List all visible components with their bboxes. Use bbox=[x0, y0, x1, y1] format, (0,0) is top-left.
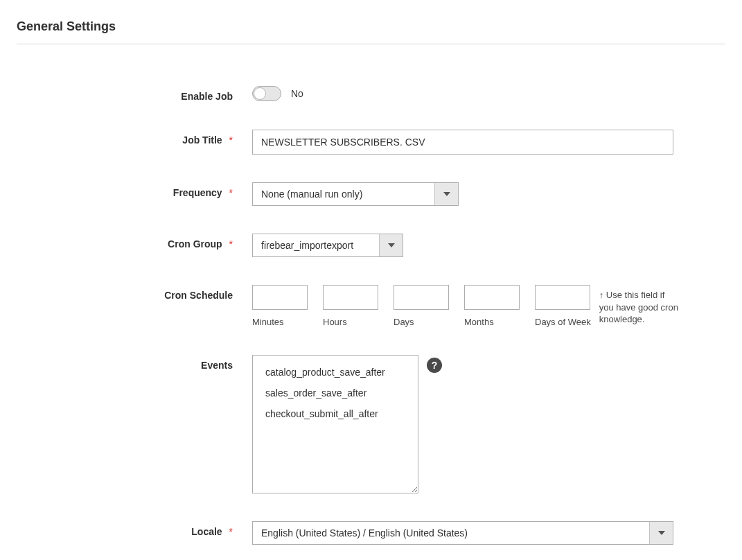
control-locale: English (United States) / English (Unite… bbox=[252, 521, 725, 545]
cron-hours-label: Hours bbox=[323, 317, 378, 327]
control-frequency: None (manual run only) bbox=[252, 182, 725, 206]
chevron-down-icon bbox=[649, 522, 673, 544]
job-title-input[interactable] bbox=[252, 130, 673, 155]
chevron-down-icon bbox=[434, 183, 458, 205]
row-events: Events catalog_product_save_after sales_… bbox=[17, 355, 725, 493]
label-text: Events bbox=[201, 360, 233, 371]
control-enable-job: No bbox=[252, 86, 725, 101]
control-job-title bbox=[252, 130, 725, 155]
control-events: catalog_product_save_after sales_order_s… bbox=[252, 355, 725, 493]
locale-select[interactable]: English (United States) / English (Unite… bbox=[252, 521, 673, 545]
cron-minutes-label: Minutes bbox=[252, 317, 308, 327]
row-job-title: Job Title * bbox=[17, 130, 725, 155]
cron-dow-col: Days of Week bbox=[535, 285, 591, 327]
label-events: Events bbox=[17, 355, 252, 371]
events-multiselect[interactable]: catalog_product_save_after sales_order_s… bbox=[252, 355, 418, 493]
row-cron-schedule: Cron Schedule Minutes Hours Days Months … bbox=[17, 285, 725, 327]
label-text: Cron Group bbox=[168, 238, 222, 250]
cron-group-value: firebear_importexport bbox=[253, 234, 379, 256]
event-option[interactable]: catalog_product_save_after bbox=[265, 365, 405, 379]
cron-minutes-input[interactable] bbox=[252, 285, 308, 310]
cron-dow-input[interactable] bbox=[535, 285, 590, 310]
label-text: Frequency bbox=[173, 187, 222, 198]
row-cron-group: Cron Group * firebear_importexport bbox=[17, 234, 725, 257]
enable-job-toggle[interactable] bbox=[252, 86, 281, 101]
cron-days-label: Days bbox=[394, 317, 449, 327]
label-frequency: Frequency * bbox=[17, 182, 252, 198]
control-cron-group: firebear_importexport bbox=[252, 234, 725, 257]
locale-value: English (United States) / English (Unite… bbox=[253, 522, 649, 544]
section-title: General Settings bbox=[17, 19, 725, 44]
required-mark: * bbox=[229, 238, 233, 250]
label-text: Enable Job bbox=[181, 91, 233, 102]
cron-months-label: Months bbox=[464, 317, 520, 327]
required-mark: * bbox=[229, 526, 233, 537]
cron-hours-col: Hours bbox=[323, 285, 378, 327]
help-icon[interactable]: ? bbox=[427, 358, 442, 373]
cron-hint-text: ↑ Use this field if you have good cron k… bbox=[599, 285, 679, 326]
cron-group-select[interactable]: firebear_importexport bbox=[252, 234, 403, 257]
label-job-title: Job Title * bbox=[17, 130, 252, 146]
label-cron-group: Cron Group * bbox=[17, 234, 252, 250]
frequency-value: None (manual run only) bbox=[253, 183, 434, 205]
label-locale: Locale * bbox=[17, 521, 252, 537]
event-option[interactable]: sales_order_save_after bbox=[265, 386, 405, 400]
label-cron-schedule: Cron Schedule bbox=[17, 285, 252, 301]
label-text: Job Title bbox=[182, 134, 222, 146]
chevron-down-icon bbox=[379, 234, 403, 256]
cron-months-col: Months bbox=[464, 285, 520, 327]
cron-hours-input[interactable] bbox=[323, 285, 378, 310]
required-mark: * bbox=[229, 134, 233, 146]
cron-months-input[interactable] bbox=[464, 285, 520, 310]
toggle-knob-icon bbox=[254, 87, 266, 100]
label-enable-job: Enable Job bbox=[17, 86, 252, 102]
row-enable-job: Enable Job No bbox=[17, 86, 725, 102]
frequency-select[interactable]: None (manual run only) bbox=[252, 182, 459, 206]
enable-job-state: No bbox=[291, 86, 303, 101]
label-text: Locale bbox=[191, 526, 222, 537]
label-text: Cron Schedule bbox=[164, 290, 233, 301]
cron-days-col: Days bbox=[394, 285, 449, 327]
control-cron-schedule: Minutes Hours Days Months Days of Week ↑… bbox=[252, 285, 725, 327]
event-option[interactable]: checkout_submit_all_after bbox=[265, 407, 405, 421]
events-wrap: catalog_product_save_after sales_order_s… bbox=[252, 355, 442, 493]
cron-minutes-col: Minutes bbox=[252, 285, 308, 327]
row-locale: Locale * English (United States) / Engli… bbox=[17, 521, 725, 545]
cron-days-input[interactable] bbox=[394, 285, 449, 310]
row-frequency: Frequency * None (manual run only) bbox=[17, 182, 725, 206]
required-mark: * bbox=[229, 187, 233, 198]
cron-dow-label: Days of Week bbox=[535, 317, 591, 327]
